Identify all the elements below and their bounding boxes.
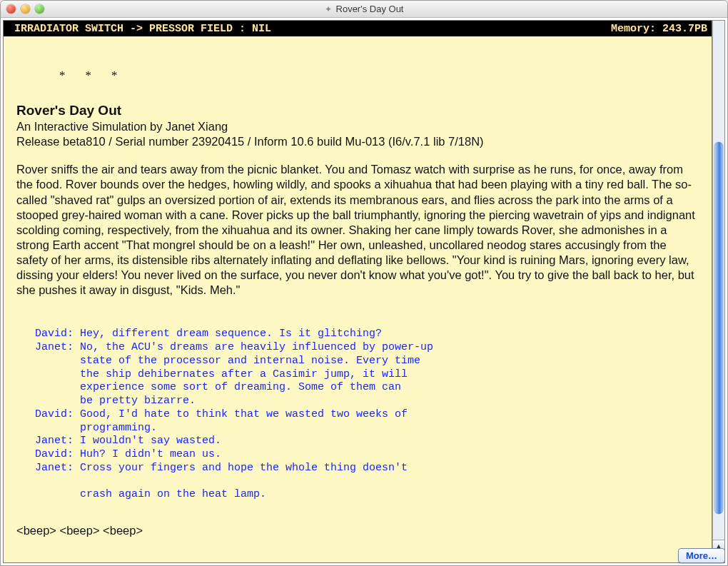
- app-icon: ✦: [325, 4, 332, 14]
- section-break: * * *: [16, 46, 699, 102]
- titlebar[interactable]: ✦ Rover's Day Out: [1, 1, 727, 18]
- scroll-track[interactable]: [713, 21, 724, 540]
- status-right: Memory: 243.7PB: [611, 23, 707, 35]
- zoom-button[interactable]: [35, 4, 44, 14]
- story-column: IRRADIATOR SWITCH -> PRESSOR FIELD : NIL…: [3, 20, 712, 563]
- vertical-scrollbar[interactable]: ▲ ▼: [712, 20, 725, 563]
- story-area[interactable]: * * * Rover's Day Out An Interactive Sim…: [4, 36, 712, 562]
- app-window: ✦ Rover's Day Out IRRADIATOR SWITCH -> P…: [0, 0, 728, 566]
- more-label: More…: [686, 550, 717, 561]
- prose-paragraph: Rover sniffs the air and tears away from…: [16, 162, 699, 298]
- game-title: Rover's Day Out: [16, 102, 699, 119]
- release-line: Release beta810 / Serial number 23920415…: [16, 134, 699, 149]
- window-title: Rover's Day Out: [336, 4, 404, 14]
- more-button[interactable]: More…: [678, 548, 725, 563]
- dialogue-block: David: Hey, different dream sequence. Is…: [16, 328, 699, 502]
- window-title-wrap: ✦ Rover's Day Out: [1, 1, 727, 17]
- content-wrap: IRRADIATOR SWITCH -> PRESSOR FIELD : NIL…: [1, 18, 727, 565]
- minimize-button[interactable]: [21, 4, 30, 14]
- traffic-lights: [6, 4, 44, 14]
- beep-line: <beep> <beep> <beep>: [16, 523, 699, 538]
- close-button[interactable]: [6, 4, 16, 14]
- status-bar: IRRADIATOR SWITCH -> PRESSOR FIELD : NIL…: [4, 21, 712, 36]
- game-subtitle: An Interactive Simulation by Janet Xiang: [16, 119, 699, 134]
- status-left: IRRADIATOR SWITCH -> PRESSOR FIELD : NIL: [8, 23, 271, 35]
- scroll-thumb[interactable]: [714, 142, 723, 514]
